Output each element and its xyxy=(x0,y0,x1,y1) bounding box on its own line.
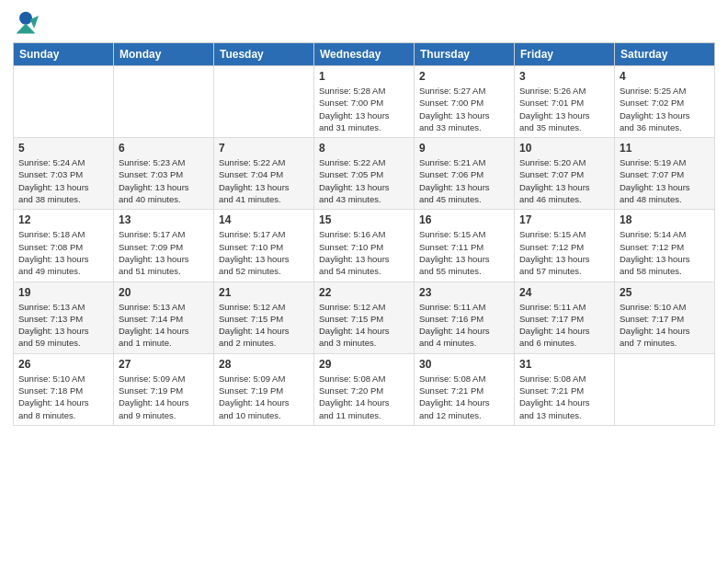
day-cell: 16Sunrise: 5:15 AM Sunset: 7:11 PM Dayli… xyxy=(415,210,515,282)
day-info: Sunrise: 5:17 AM Sunset: 7:10 PM Dayligh… xyxy=(219,228,309,277)
day-info: Sunrise: 5:12 AM Sunset: 7:15 PM Dayligh… xyxy=(219,301,309,350)
day-number: 20 xyxy=(119,286,209,299)
day-number: 24 xyxy=(519,286,609,299)
day-cell: 28Sunrise: 5:09 AM Sunset: 7:19 PM Dayli… xyxy=(214,353,314,425)
day-cell: 5Sunrise: 5:24 AM Sunset: 7:03 PM Daylig… xyxy=(14,138,114,210)
day-number: 2 xyxy=(419,70,509,83)
day-cell: 17Sunrise: 5:15 AM Sunset: 7:12 PM Dayli… xyxy=(515,210,615,282)
day-cell: 31Sunrise: 5:08 AM Sunset: 7:21 PM Dayli… xyxy=(515,353,615,425)
day-info: Sunrise: 5:16 AM Sunset: 7:10 PM Dayligh… xyxy=(319,228,409,277)
day-info: Sunrise: 5:13 AM Sunset: 7:14 PM Dayligh… xyxy=(119,301,209,350)
day-info: Sunrise: 5:08 AM Sunset: 7:21 PM Dayligh… xyxy=(519,373,609,421)
day-cell: 14Sunrise: 5:17 AM Sunset: 7:10 PM Dayli… xyxy=(214,210,314,282)
logo xyxy=(13,9,42,35)
day-cell: 29Sunrise: 5:08 AM Sunset: 7:20 PM Dayli… xyxy=(314,353,415,425)
day-number: 6 xyxy=(119,142,209,155)
day-cell: 1Sunrise: 5:28 AM Sunset: 7:00 PM Daylig… xyxy=(314,66,415,138)
week-row-4: 19Sunrise: 5:13 AM Sunset: 7:13 PM Dayli… xyxy=(14,282,715,353)
day-cell: 11Sunrise: 5:19 AM Sunset: 7:07 PM Dayli… xyxy=(615,138,715,210)
day-number: 25 xyxy=(620,286,710,299)
day-cell: 3Sunrise: 5:26 AM Sunset: 7:01 PM Daylig… xyxy=(515,66,615,138)
day-info: Sunrise: 5:19 AM Sunset: 7:07 PM Dayligh… xyxy=(620,156,710,205)
day-cell: 8Sunrise: 5:22 AM Sunset: 7:05 PM Daylig… xyxy=(314,138,415,210)
day-cell: 18Sunrise: 5:14 AM Sunset: 7:12 PM Dayli… xyxy=(615,210,715,282)
header xyxy=(13,9,715,35)
day-cell: 21Sunrise: 5:12 AM Sunset: 7:15 PM Dayli… xyxy=(214,282,314,353)
day-cell: 24Sunrise: 5:11 AM Sunset: 7:17 PM Dayli… xyxy=(515,282,615,353)
day-cell: 7Sunrise: 5:22 AM Sunset: 7:04 PM Daylig… xyxy=(214,138,314,210)
day-number: 30 xyxy=(419,358,509,371)
day-number: 3 xyxy=(519,70,609,83)
day-info: Sunrise: 5:18 AM Sunset: 7:08 PM Dayligh… xyxy=(18,228,108,277)
day-cell: 4Sunrise: 5:25 AM Sunset: 7:02 PM Daylig… xyxy=(615,66,715,138)
day-number: 1 xyxy=(319,70,409,83)
day-cell: 27Sunrise: 5:09 AM Sunset: 7:19 PM Dayli… xyxy=(114,353,214,425)
day-cell: 26Sunrise: 5:10 AM Sunset: 7:18 PM Dayli… xyxy=(14,353,114,425)
day-number: 18 xyxy=(620,213,710,226)
day-number: 16 xyxy=(419,213,509,226)
day-info: Sunrise: 5:15 AM Sunset: 7:12 PM Dayligh… xyxy=(519,228,609,277)
svg-marker-1 xyxy=(17,23,36,33)
logo-icon xyxy=(13,9,39,35)
day-cell: 30Sunrise: 5:08 AM Sunset: 7:21 PM Dayli… xyxy=(415,353,515,425)
day-number: 21 xyxy=(219,286,309,299)
weekday-header-monday: Monday xyxy=(114,43,214,66)
day-info: Sunrise: 5:17 AM Sunset: 7:09 PM Dayligh… xyxy=(119,228,209,277)
day-info: Sunrise: 5:09 AM Sunset: 7:19 PM Dayligh… xyxy=(219,373,309,421)
weekday-header-saturday: Saturday xyxy=(615,43,715,66)
day-cell xyxy=(14,66,114,138)
day-cell: 10Sunrise: 5:20 AM Sunset: 7:07 PM Dayli… xyxy=(515,138,615,210)
day-info: Sunrise: 5:25 AM Sunset: 7:02 PM Dayligh… xyxy=(620,85,710,133)
day-number: 10 xyxy=(519,142,609,155)
weekday-header-friday: Friday xyxy=(515,43,615,66)
day-cell: 25Sunrise: 5:10 AM Sunset: 7:17 PM Dayli… xyxy=(615,282,715,353)
day-number: 29 xyxy=(319,358,409,371)
day-cell: 23Sunrise: 5:11 AM Sunset: 7:16 PM Dayli… xyxy=(415,282,515,353)
day-number: 15 xyxy=(319,213,409,226)
day-number: 14 xyxy=(219,213,309,226)
weekday-header-row: SundayMondayTuesdayWednesdayThursdayFrid… xyxy=(14,43,715,66)
day-number: 11 xyxy=(620,142,710,155)
day-info: Sunrise: 5:23 AM Sunset: 7:03 PM Dayligh… xyxy=(119,156,209,205)
day-cell: 20Sunrise: 5:13 AM Sunset: 7:14 PM Dayli… xyxy=(114,282,214,353)
weekday-header-tuesday: Tuesday xyxy=(214,43,314,66)
day-info: Sunrise: 5:15 AM Sunset: 7:11 PM Dayligh… xyxy=(419,228,509,277)
day-cell: 13Sunrise: 5:17 AM Sunset: 7:09 PM Dayli… xyxy=(114,210,214,282)
day-number: 5 xyxy=(18,142,108,155)
day-info: Sunrise: 5:12 AM Sunset: 7:15 PM Dayligh… xyxy=(319,301,409,350)
day-cell: 2Sunrise: 5:27 AM Sunset: 7:00 PM Daylig… xyxy=(415,66,515,138)
day-number: 17 xyxy=(519,213,609,226)
weekday-header-sunday: Sunday xyxy=(14,43,114,66)
day-number: 9 xyxy=(419,142,509,155)
day-number: 26 xyxy=(18,358,108,371)
day-number: 28 xyxy=(219,358,309,371)
week-row-2: 5Sunrise: 5:24 AM Sunset: 7:03 PM Daylig… xyxy=(14,138,715,210)
day-cell: 15Sunrise: 5:16 AM Sunset: 7:10 PM Dayli… xyxy=(314,210,415,282)
day-info: Sunrise: 5:22 AM Sunset: 7:05 PM Dayligh… xyxy=(319,156,409,205)
day-info: Sunrise: 5:10 AM Sunset: 7:17 PM Dayligh… xyxy=(620,301,710,350)
day-info: Sunrise: 5:28 AM Sunset: 7:00 PM Dayligh… xyxy=(319,85,409,133)
day-number: 27 xyxy=(119,358,209,371)
day-info: Sunrise: 5:26 AM Sunset: 7:01 PM Dayligh… xyxy=(519,85,609,133)
day-cell xyxy=(615,353,715,425)
day-number: 23 xyxy=(419,286,509,299)
day-number: 22 xyxy=(319,286,409,299)
day-cell xyxy=(114,66,214,138)
day-number: 13 xyxy=(119,213,209,226)
day-info: Sunrise: 5:22 AM Sunset: 7:04 PM Dayligh… xyxy=(219,156,309,205)
day-info: Sunrise: 5:10 AM Sunset: 7:18 PM Dayligh… xyxy=(18,373,108,421)
day-info: Sunrise: 5:24 AM Sunset: 7:03 PM Dayligh… xyxy=(18,156,108,205)
day-number: 12 xyxy=(18,213,108,226)
day-cell: 19Sunrise: 5:13 AM Sunset: 7:13 PM Dayli… xyxy=(14,282,114,353)
day-info: Sunrise: 5:21 AM Sunset: 7:06 PM Dayligh… xyxy=(419,156,509,205)
calendar-table: SundayMondayTuesdayWednesdayThursdayFrid… xyxy=(13,42,715,426)
day-info: Sunrise: 5:11 AM Sunset: 7:17 PM Dayligh… xyxy=(519,301,609,350)
day-number: 8 xyxy=(319,142,409,155)
day-info: Sunrise: 5:09 AM Sunset: 7:19 PM Dayligh… xyxy=(119,373,209,421)
week-row-5: 26Sunrise: 5:10 AM Sunset: 7:18 PM Dayli… xyxy=(14,353,715,425)
day-info: Sunrise: 5:08 AM Sunset: 7:21 PM Dayligh… xyxy=(419,373,509,421)
weekday-header-wednesday: Wednesday xyxy=(314,43,415,66)
day-number: 4 xyxy=(620,70,710,83)
day-info: Sunrise: 5:13 AM Sunset: 7:13 PM Dayligh… xyxy=(18,301,108,350)
day-number: 31 xyxy=(519,358,609,371)
